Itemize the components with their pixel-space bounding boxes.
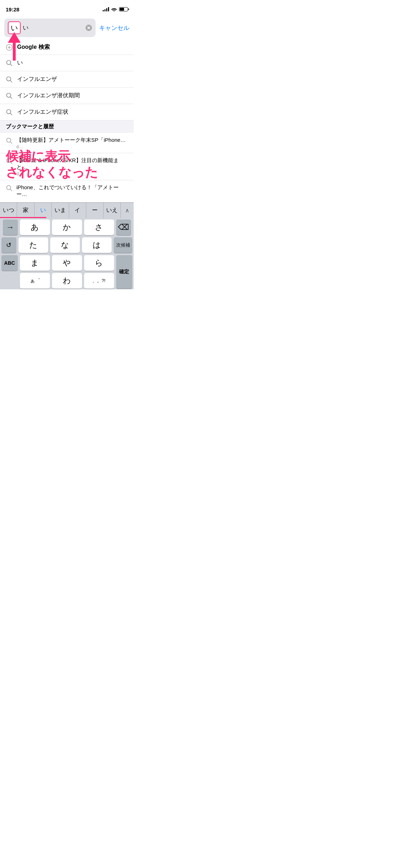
key-punctuation[interactable]: 、。?! — [84, 273, 114, 289]
keyboard-row-2: ↺ た な は 次候補 — [0, 237, 134, 253]
key-confirm[interactable]: 確定 — [116, 255, 133, 289]
bookmark-icon-3 — [6, 185, 13, 192]
svg-line-6 — [10, 97, 12, 98]
keyboard-row-3: ABC ま や ら ぁ゜ わ 、。?! 確定 — [0, 255, 134, 289]
predictive-bar: いつ 家 い いま イ ー いえ ∧ — [0, 202, 134, 218]
key-ma[interactable]: ま — [20, 255, 50, 271]
expand-icon[interactable]: ∧ — [121, 207, 134, 214]
svg-point-11 — [7, 158, 11, 162]
bookmark-item-1[interactable]: 【随時更新】アメトーーク年末SP「iPhone… d… — [0, 133, 134, 153]
key-abc[interactable]: ABC — [1, 255, 18, 271]
search-icon-2 — [6, 76, 13, 83]
status-icons — [103, 7, 128, 11]
status-bar: 19:28 — [0, 0, 134, 16]
svg-line-8 — [10, 113, 12, 115]
svg-line-4 — [10, 80, 12, 82]
bookmark-icon-1 — [6, 137, 13, 144]
pred-item-2[interactable]: い — [35, 203, 52, 218]
key-ra[interactable]: ら — [84, 255, 114, 271]
search-bar-container: い い キャンセル — [0, 16, 134, 40]
svg-line-12 — [10, 162, 12, 164]
bookmark-title-1: 【随時更新】アメトーーク年末SP「iPhone… — [16, 136, 128, 144]
key-undo[interactable]: ↺ — [1, 237, 16, 253]
status-time: 19:28 — [6, 6, 19, 12]
battery-icon — [119, 7, 128, 11]
pred-item-4[interactable]: イ — [69, 203, 86, 218]
search-icon-1 — [6, 60, 13, 67]
bookmark-title-3: iPhone、これでついていける！「アメトーー… — [16, 184, 128, 198]
pred-item-3[interactable]: いま — [52, 203, 69, 218]
bookmark-icon-2 — [6, 157, 13, 165]
keyboard: → あ か さ ⌫ ↺ た な は 次候補 ABC ま や ら ぁ゜ わ 、。?… — [0, 218, 134, 290]
bookmark-item-3[interactable]: iPhone、これでついていける！「アメトーー… — [0, 180, 134, 202]
suggestion-text-2: インフルエンザ — [17, 76, 57, 83]
search-icon-4 — [6, 109, 13, 116]
bookmark-content-3: iPhone、これでついていける！「アメトーー… — [16, 184, 128, 198]
google-icon — [6, 44, 13, 51]
predictive-bar-wrapper: いつ 家 い いま イ ー いえ ∧ — [0, 202, 134, 218]
svg-point-9 — [7, 138, 11, 143]
key-delete[interactable]: ⌫ — [116, 219, 131, 235]
google-header-text: Google 検索 — [17, 43, 50, 51]
key-na[interactable]: な — [50, 237, 80, 253]
key-sa[interactable]: さ — [84, 219, 114, 235]
bookmark-url-2: d… — [16, 171, 128, 176]
bookmark-item-2[interactable]: 【iOS12 & iPhoneXS/XR】注目の新機能まと… d… — [0, 153, 134, 180]
suggestion-item-4[interactable]: インフルエンザ症状 — [0, 104, 134, 120]
key-small-a[interactable]: ぁ゜ — [20, 273, 50, 289]
suggestion-text-1: い — [17, 59, 23, 67]
key-wa[interactable]: わ — [52, 273, 82, 289]
google-search-header[interactable]: Google 検索 — [0, 40, 134, 55]
keyboard-row-1: → あ か さ ⌫ — [0, 219, 134, 235]
cancel-button[interactable]: キャンセル — [99, 24, 129, 32]
bookmark-title-2: 【iOS12 & iPhoneXS/XR】注目の新機能まと… — [16, 157, 128, 171]
predictive-underline — [0, 217, 46, 218]
key-ka[interactable]: か — [52, 219, 82, 235]
suggestions-list: Google 検索 い インフルエンザ インフルエンザ潜伏期間 インフルエンザ症… — [0, 40, 134, 202]
svg-line-14 — [10, 189, 12, 191]
suggestion-text-3: インフルエンザ潜伏期間 — [17, 92, 80, 99]
bookmark-url-1: d… — [16, 144, 128, 149]
search-input-wrapper[interactable]: い い — [4, 19, 96, 37]
pred-item-1[interactable]: 家 — [17, 203, 34, 218]
signal-icon — [103, 7, 109, 11]
key-ya[interactable]: や — [52, 255, 82, 271]
bookmark-content-1: 【随時更新】アメトーーク年末SP「iPhone… d… — [16, 136, 128, 149]
key-ta[interactable]: た — [19, 237, 48, 253]
key-ha[interactable]: は — [82, 237, 112, 253]
clear-button[interactable] — [86, 25, 92, 31]
pred-item-0[interactable]: いつ — [0, 203, 17, 218]
key-next-candidate[interactable]: 次候補 — [114, 237, 132, 253]
bookmark-content-2: 【iOS12 & iPhoneXS/XR】注目の新機能まと… d… — [16, 157, 128, 176]
svg-line-2 — [10, 64, 12, 66]
suggestion-text-4: インフルエンザ症状 — [17, 108, 68, 116]
search-icon-3 — [6, 92, 13, 99]
key-arrow[interactable]: → — [3, 219, 18, 235]
pred-item-6[interactable]: いえ — [104, 203, 121, 218]
suggestion-item-3[interactable]: インフルエンザ潜伏期間 — [0, 88, 134, 104]
key-a[interactable]: あ — [20, 219, 50, 235]
suggestion-item-2[interactable]: インフルエンザ — [0, 71, 134, 88]
bookmarks-section-header: ブックマークと履歴 — [0, 120, 134, 133]
svg-line-10 — [10, 142, 12, 144]
svg-point-13 — [7, 185, 11, 190]
suggestion-item-1[interactable]: い — [0, 55, 134, 71]
kana-indicator: い — [8, 21, 21, 34]
pred-item-5[interactable]: ー — [86, 203, 103, 218]
wifi-icon — [111, 7, 117, 11]
search-input[interactable]: い — [23, 24, 86, 32]
